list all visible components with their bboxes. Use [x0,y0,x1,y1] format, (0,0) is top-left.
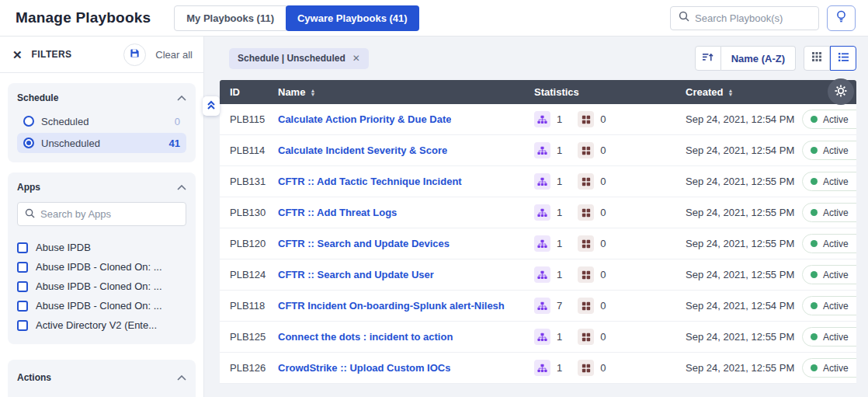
main-content: Schedule | Unscheduled ✕ Name (A-Z) [220,37,856,397]
radio-icon[interactable] [23,116,34,127]
playbook-name-link[interactable]: CFTR :: Search and Update Devices [278,238,450,249]
schedule-option[interactable]: Scheduled 0 [17,111,186,131]
tab-cyware-playbooks[interactable]: Cyware Playbooks (41) [286,5,419,31]
checkbox-icon[interactable] [17,301,28,312]
status-badge: Active [802,141,856,160]
subplaybook-icon [534,235,550,252]
table-row: PLB126 CrowdStrike :: Upload Custom IOCs… [220,353,856,384]
filters-title: FILTERS [32,49,72,60]
column-settings-button[interactable] [828,78,854,105]
apps-search-input[interactable] [40,208,179,220]
table-row: PLB124 CFTR :: Search and Update User 1 … [220,259,856,291]
status-dot-icon [811,333,818,340]
app-filter-label: Abuse IPDB - Cloned On: ... [36,280,162,292]
schedule-option[interactable]: Unscheduled 41 [17,133,186,153]
app-filter-item[interactable]: Abuse IPDB - Cloned On: ... [17,277,186,296]
subplaybook-count: 7 [557,300,562,312]
status-badge: Active [802,265,856,284]
app-filter-label: Abuse IPDB - Cloned On: ... [36,300,162,312]
subplaybook-count: 1 [557,331,562,343]
playbook-name-link[interactable]: CrowdStrike :: Upload Custom IOCs [278,362,450,374]
collapse-filters-button[interactable] [203,96,220,116]
apps-icon [578,111,594,127]
status-label: Active [823,270,849,280]
clear-all-button[interactable]: Clear all [155,49,193,61]
chevron-up-icon[interactable] [177,185,186,190]
sort-direction-button[interactable] [695,46,721,71]
grid-view-button[interactable] [804,46,830,71]
search-input[interactable] [695,12,811,24]
playbook-name-link[interactable]: Calculate Action Priority & Due Date [278,113,451,125]
view-toggle [804,46,856,71]
column-header-name[interactable]: Name [278,86,305,98]
status-label: Active [823,114,849,125]
checkbox-icon[interactable] [17,262,28,273]
filter-section-actions: Actions [8,360,196,397]
sort-controls: Name (A-Z) [695,46,796,71]
playbook-name-link[interactable]: Calculate Incident Severity & Score [278,145,447,156]
playbook-name-link[interactable]: CFTR :: Search and Update User [278,269,434,280]
playbook-name-link[interactable]: CFTR :: Add Threat Logs [278,207,397,218]
subplaybook-icon [534,298,550,314]
playbook-name-link[interactable]: Connect the dots : incident to action [278,331,453,343]
remove-filter-icon[interactable]: ✕ [352,53,360,64]
playbook-name-link[interactable]: CFTR Incident On-boarding-Splunk alert-N… [278,300,505,312]
status-dot-icon [811,240,818,247]
actions-section-title: Actions [17,372,51,383]
sort-arrows-icon[interactable]: ▲▼ [310,89,315,96]
playbook-search[interactable] [670,6,819,30]
created-date: Sep 24, 2021, 12:55 PM [686,362,802,374]
app-filter-item[interactable]: Abuse IPDB [17,238,186,257]
close-filters-icon[interactable]: ✕ [12,49,23,61]
table-row: PLB118 CFTR Incident On-boarding-Splunk … [220,291,856,322]
app-count: 0 [600,207,606,218]
radio-icon[interactable] [23,138,34,148]
status-dot-icon [811,178,818,185]
table-row: PLB120 CFTR :: Search and Update Devices… [220,228,856,259]
chevron-up-icon[interactable] [177,96,186,101]
status-label: Active [823,239,849,249]
filter-section-schedule: Schedule Scheduled 0 Unscheduled 41 [8,83,196,162]
schedule-option-label: Scheduled [41,116,89,127]
chevron-up-icon[interactable] [177,375,186,381]
playbook-name-link[interactable]: CFTR :: Add Tactic Technique Incident [278,176,462,187]
tab-my-playbooks[interactable]: My Playbooks (11) [174,5,286,31]
status-badge: Active [802,358,856,378]
schedule-option-count: 41 [169,138,180,149]
apps-search[interactable] [17,202,186,226]
created-date: Sep 24, 2021, 12:54 PM [686,300,802,312]
tips-button[interactable] [827,5,856,31]
checkbox-icon[interactable] [17,281,28,292]
sort-arrows-icon[interactable]: ▲▼ [727,89,733,96]
column-header-statistics: Statistics [534,86,579,98]
checkbox-icon[interactable] [17,242,28,253]
status-dot-icon [811,147,818,154]
list-view-button[interactable] [830,46,856,71]
app-filter-item[interactable]: Abuse IPDB - Cloned On: ... [17,296,186,315]
subplaybook-icon [534,360,550,376]
search-icon [25,207,35,221]
subplaybook-count: 1 [557,113,562,125]
filter-chip-label: Schedule | Unscheduled [238,53,345,64]
app-filter-item[interactable]: Active Directory V2 (Ente... [17,315,186,335]
double-chevron-up-icon [207,99,216,113]
save-filter-button[interactable] [123,44,146,66]
app-count: 0 [600,269,606,280]
column-header-id: ID [220,86,278,98]
subplaybook-icon [534,329,550,345]
status-badge: Active [802,327,856,347]
topbar-actions [670,5,856,31]
column-header-created[interactable]: Created [686,86,723,98]
table-toolbar: Schedule | Unscheduled ✕ Name (A-Z) [220,37,856,80]
playbook-id: PLB120 [220,238,278,249]
app-count: 0 [600,176,606,187]
checkbox-icon[interactable] [17,320,28,331]
app-count: 0 [600,362,606,374]
app-filter-item[interactable]: Abuse IPDB - Cloned On: ... [17,257,186,277]
created-date: Sep 24, 2021, 12:55 PM [686,207,802,218]
schedule-section-title: Schedule [17,92,58,103]
playbook-id: PLB130 [220,207,278,218]
sort-by-button[interactable]: Name (A-Z) [721,46,796,71]
status-dot-icon [811,271,818,278]
lightbulb-icon [835,10,847,26]
